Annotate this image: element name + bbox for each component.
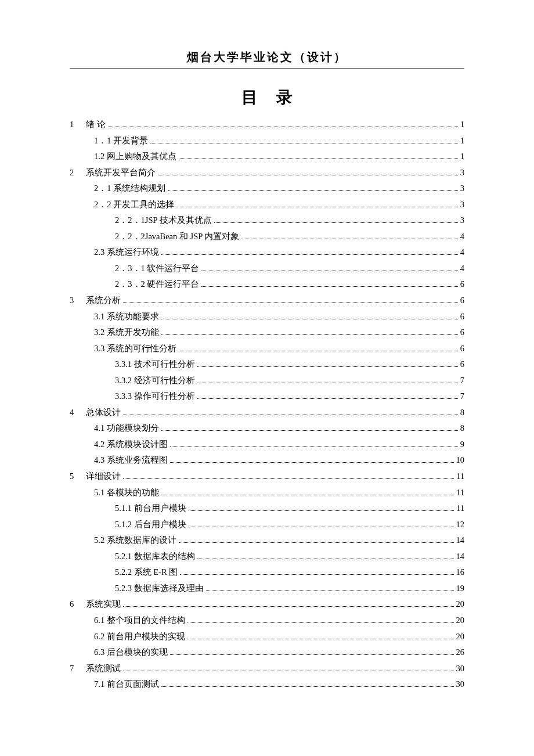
toc-leader-dots bbox=[123, 472, 454, 479]
toc-entry: 2系统开发平台简介3 bbox=[70, 165, 464, 181]
toc-leader-dots bbox=[197, 393, 458, 399]
toc-page-number: 12 bbox=[456, 517, 465, 533]
table-of-contents: 1绪 论11．1 开发背景11.2 网上购物及其优点12系统开发平台简介32．1… bbox=[70, 117, 464, 693]
toc-chapter-number: 5 bbox=[70, 469, 78, 485]
toc-entry: 2．2．2JavaBean 和 JSP 内置对象4 bbox=[70, 229, 464, 245]
toc-entry-label: 3.1 系统功能要求 bbox=[94, 309, 159, 325]
toc-page-number: 7 bbox=[460, 373, 464, 389]
toc-chapter-number: 7 bbox=[70, 661, 78, 677]
toc-page-number: 14 bbox=[456, 549, 465, 565]
toc-entry-label: 3.3.3 操作可行性分析 bbox=[115, 388, 195, 405]
toc-page-number: 26 bbox=[456, 645, 465, 661]
toc-entry: 2.3 系统运行环境4 bbox=[70, 244, 464, 261]
toc-entry: 6.2 前台用户模块的实现20 bbox=[70, 629, 464, 645]
toc-entry: 5.2.3 数据库选择及理由19 bbox=[70, 581, 464, 597]
toc-entry-label: 5.2 系统数据库的设计 bbox=[94, 532, 176, 549]
toc-entry: 3.3.3 操作可行性分析7 bbox=[70, 388, 464, 405]
toc-leader-dots bbox=[161, 329, 458, 336]
toc-entry-label: 2．3．2 硬件运行平台 bbox=[115, 276, 199, 293]
toc-entry: 5.2.1 数据库表的结构14 bbox=[70, 549, 464, 565]
toc-entry: 1绪 论1 bbox=[70, 117, 464, 133]
toc-entry-label: 2．2．1JSP 技术及其优点 bbox=[115, 213, 212, 229]
toc-entry: 6.1 整个项目的文件结构20 bbox=[70, 613, 464, 629]
toc-entry: 3系统分析6 bbox=[70, 293, 464, 309]
toc-leader-dots bbox=[161, 488, 454, 495]
toc-leader-dots bbox=[150, 136, 458, 143]
toc-page-number: 4 bbox=[460, 244, 464, 261]
toc-page-number: 3 bbox=[460, 181, 464, 197]
toc-leader-dots bbox=[189, 520, 454, 527]
toc-entry: 1.2 网上购物及其优点1 bbox=[70, 149, 464, 165]
toc-leader-dots bbox=[170, 440, 458, 447]
toc-page-number: 8 bbox=[460, 420, 464, 437]
toc-chapter-number: 6 bbox=[70, 596, 78, 613]
toc-leader-dots bbox=[108, 120, 458, 127]
toc-page-number: 6 bbox=[460, 309, 464, 325]
toc-leader-dots bbox=[123, 408, 458, 415]
toc-page-number: 10 bbox=[456, 452, 465, 469]
toc-leader-dots bbox=[123, 600, 454, 607]
toc-leader-dots bbox=[189, 505, 454, 512]
toc-page-number: 3 bbox=[460, 213, 464, 229]
toc-leader-dots bbox=[179, 153, 458, 160]
toc-page-number: 11 bbox=[456, 501, 464, 517]
toc-page-number: 6 bbox=[460, 276, 464, 293]
toc-entry-label: 4.1 功能模块划分 bbox=[94, 420, 159, 437]
toc-page-number: 1 bbox=[460, 133, 464, 149]
toc-entry-label: 5.2.3 数据库选择及理由 bbox=[115, 581, 204, 597]
toc-entry-label: 详细设计 bbox=[86, 469, 121, 485]
toc-entry: 3.3.1 技术可行性分析6 bbox=[70, 357, 464, 373]
toc-leader-dots bbox=[161, 681, 454, 687]
toc-entry-label: 5.2.1 数据库表的结构 bbox=[115, 549, 195, 565]
toc-entry: 3.2 系统开发功能6 bbox=[70, 325, 464, 341]
toc-entry-label: 4.3 系统业务流程图 bbox=[94, 452, 168, 469]
toc-entry: 6系统实现20 bbox=[70, 596, 464, 613]
toc-entry-label: 5.1 各模块的功能 bbox=[94, 485, 159, 501]
toc-entry: 5.1.1 前台用户模块11 bbox=[70, 501, 464, 517]
toc-leader-dots bbox=[179, 344, 458, 351]
toc-entry: 5详细设计11 bbox=[70, 469, 464, 485]
toc-page-number: 3 bbox=[460, 165, 464, 181]
toc-entry-label: 6.1 整个项目的文件结构 bbox=[94, 613, 185, 629]
toc-leader-dots bbox=[187, 616, 454, 623]
toc-entry: 4.1 功能模块划分8 bbox=[70, 420, 464, 437]
toc-entry: 6.3 后台模块的实现26 bbox=[70, 645, 464, 661]
toc-entry-label: 绪 论 bbox=[86, 117, 106, 133]
toc-entry: 2．3．1 软件运行平台4 bbox=[70, 261, 464, 277]
toc-entry: 5.1 各模块的功能11 bbox=[70, 485, 464, 501]
toc-entry-label: 6.3 后台模块的实现 bbox=[94, 645, 168, 661]
toc-leader-dots bbox=[168, 185, 458, 192]
toc-page-number: 7 bbox=[460, 388, 464, 405]
toc-page-number: 6 bbox=[460, 293, 464, 309]
toc-leader-dots bbox=[179, 537, 454, 543]
toc-leader-dots bbox=[123, 296, 458, 303]
toc-entry: 7系统测试30 bbox=[70, 661, 464, 677]
toc-entry-label: 3.2 系统开发功能 bbox=[94, 325, 159, 341]
toc-chapter-number: 2 bbox=[70, 165, 78, 181]
toc-entry: 3.1 系统功能要求6 bbox=[70, 309, 464, 325]
toc-entry-label: 2．2 开发工具的选择 bbox=[94, 197, 174, 213]
toc-entry: 2．2．1JSP 技术及其优点3 bbox=[70, 213, 464, 229]
toc-leader-dots bbox=[170, 456, 454, 463]
toc-entry: 2．3．2 硬件运行平台6 bbox=[70, 276, 464, 293]
toc-leader-dots bbox=[161, 249, 458, 255]
toc-entry: 3.3 系统的可行性分析6 bbox=[70, 341, 464, 357]
toc-entry-label: 3.3.2 经济可行性分析 bbox=[115, 373, 195, 389]
toc-page-number: 6 bbox=[460, 357, 464, 373]
toc-leader-dots bbox=[197, 376, 458, 383]
toc-entry-label: 总体设计 bbox=[86, 405, 121, 421]
toc-leader-dots bbox=[170, 648, 454, 655]
toc-leader-dots bbox=[201, 264, 457, 271]
toc-entry-label: 6.2 前台用户模块的实现 bbox=[94, 629, 185, 645]
toc-entry: 4.3 系统业务流程图10 bbox=[70, 452, 464, 469]
toc-entry: 4.2 系统模块设计图9 bbox=[70, 437, 464, 453]
toc-entry-label: 2.3 系统运行环境 bbox=[94, 244, 159, 261]
toc-entry-label: 1．1 开发背景 bbox=[94, 133, 148, 149]
toc-leader-dots bbox=[161, 424, 458, 431]
toc-page-number: 3 bbox=[460, 197, 464, 213]
toc-leader-dots bbox=[123, 664, 454, 671]
toc-entry: 5.2.2 系统 E-R 图16 bbox=[70, 564, 464, 581]
page-header: 烟台大学毕业论文（设计） bbox=[70, 49, 464, 69]
toc-title: 目录 bbox=[70, 87, 464, 109]
toc-page-number: 6 bbox=[460, 341, 464, 357]
